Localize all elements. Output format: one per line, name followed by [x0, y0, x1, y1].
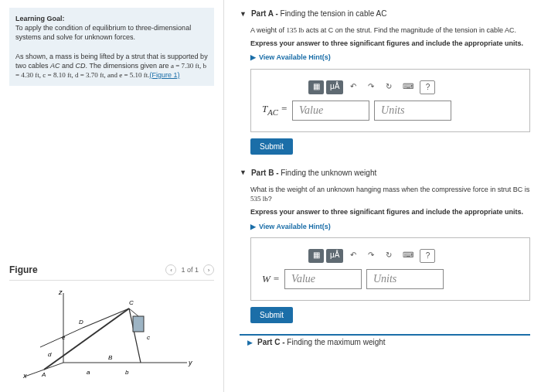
part-a-header[interactable]: ▼ Part A - Finding the tension in cable … [240, 6, 530, 21]
svg-text:d: d [48, 351, 52, 358]
caret-right-icon: ▶ [250, 222, 256, 232]
templates-icon[interactable]: ▦ [308, 249, 324, 263]
undo-icon[interactable]: ↶ [345, 80, 361, 94]
reset-icon[interactable]: ↻ [381, 249, 396, 263]
figure-link[interactable]: (Figure 1) [150, 71, 180, 79]
caret-right-icon: ▶ [247, 339, 253, 346]
svg-text:y: y [188, 359, 192, 366]
templates-icon[interactable]: ▦ [308, 80, 324, 94]
part-a-submit-button[interactable]: Submit [250, 138, 293, 155]
help-icon[interactable]: ? [420, 249, 435, 263]
part-b-variable: W = [262, 272, 280, 286]
svg-text:b: b [125, 369, 129, 376]
svg-text:C: C [129, 299, 134, 306]
part-a-units-input[interactable]: Units [374, 101, 451, 121]
caret-down-icon: ▼ [240, 10, 247, 18]
part-a-value-input[interactable]: Value [292, 101, 369, 121]
redo-icon[interactable]: ↷ [363, 249, 379, 263]
svg-text:z: z [58, 288, 63, 296]
help-icon[interactable]: ? [420, 80, 435, 94]
svg-text:B: B [108, 354, 113, 361]
part-b-units-input[interactable]: Units [366, 269, 444, 289]
caret-down-icon: ▼ [240, 169, 247, 176]
part-b-submit-button[interactable]: Submit [250, 307, 293, 323]
part-b-value-input[interactable]: Value [284, 269, 362, 289]
symbols-icon[interactable]: μÅ [326, 249, 343, 263]
part-a-answer-widget: ▦ μÅ ↶ ↷ ↻ ⌨ ? TAC = Value Units [250, 69, 530, 132]
learning-goal-box: Learning Goal: To apply the condition of… [9, 8, 214, 86]
keyboard-icon[interactable]: ⌨ [399, 249, 417, 263]
figure-pager: ‹ 1 of 1 › [165, 264, 214, 275]
svg-text:e: e [62, 334, 66, 341]
svg-text:c: c [147, 334, 150, 341]
svg-text:a: a [87, 369, 90, 376]
caret-right-icon: ▶ [250, 53, 256, 63]
part-a: ▼ Part A - Finding the tension in cable … [240, 6, 530, 155]
svg-line-6 [44, 308, 129, 370]
goal-text-1: To apply the condition of equilibrium to… [15, 24, 191, 41]
redo-icon[interactable]: ↷ [363, 80, 379, 94]
svg-rect-10 [133, 316, 144, 332]
part-b-answer-widget: ▦ μÅ ↶ ↷ ↻ ⌨ ? W = Value Units [250, 237, 530, 301]
goal-heading: Learning Goal: [15, 15, 65, 22]
figure-page-label: 1 of 1 [181, 266, 199, 274]
svg-text:x: x [22, 372, 27, 378]
part-a-instruction: Express your answer to three significant… [250, 39, 530, 49]
part-b-header[interactable]: ▼ Part B - Finding the unknown weight [240, 165, 530, 180]
svg-text:A: A [41, 371, 46, 378]
svg-text:D: D [79, 319, 83, 326]
part-a-hints-link[interactable]: ▶View Available Hint(s) [250, 53, 530, 63]
symbols-icon[interactable]: μÅ [326, 80, 343, 94]
part-b-hints-link[interactable]: ▶View Available Hint(s) [250, 222, 530, 232]
part-c-header[interactable]: ▶ Part C - Finding the maximum weight [240, 334, 530, 349]
part-a-variable: TAC = [262, 102, 288, 118]
figure-title: Figure [9, 264, 38, 275]
figure-diagram: y x z A B C D a b c d e [9, 281, 214, 384]
undo-icon[interactable]: ↶ [345, 249, 361, 263]
part-b-instruction: Express your answer to three significant… [250, 207, 530, 217]
keyboard-icon[interactable]: ⌨ [399, 80, 417, 94]
reset-icon[interactable]: ↻ [381, 80, 396, 94]
part-b: ▼ Part B - Finding the unknown weight Wh… [240, 165, 530, 323]
figure-prev-button[interactable]: ‹ [165, 264, 176, 275]
figure-next-button[interactable]: › [203, 264, 214, 275]
